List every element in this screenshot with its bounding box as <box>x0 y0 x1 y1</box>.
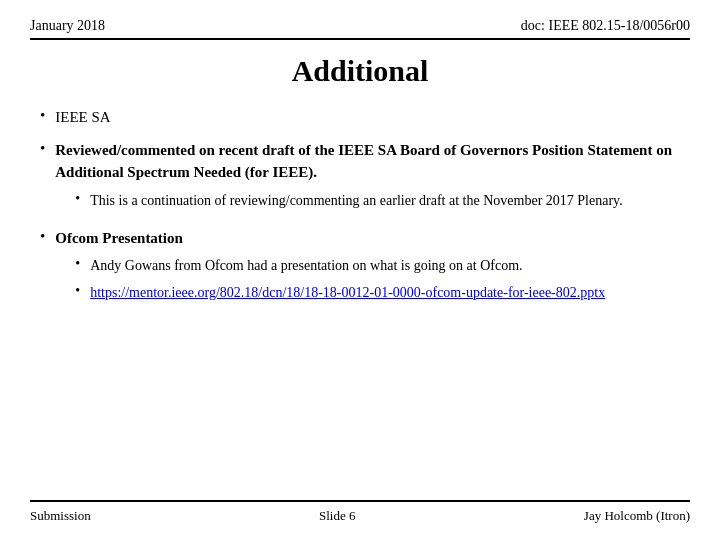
list-item: • Reviewed/commented on recent draft of … <box>40 139 680 211</box>
title-section: Additional <box>30 54 690 88</box>
header-date: January 2018 <box>30 18 105 34</box>
list-item: • Andy Gowans from Ofcom had a presentat… <box>75 255 605 276</box>
list-item: • https://mentor.ieee.org/802.18/dcn/18/… <box>75 282 605 303</box>
header-doc-id: doc: IEEE 802.15-18/0056r00 <box>521 18 690 34</box>
list-item: • This is a continuation of reviewing/co… <box>75 190 680 211</box>
footer-left: Submission <box>30 508 91 524</box>
footer-center: Slide 6 <box>319 508 355 524</box>
content-area: • IEEE SA • Reviewed/commented on recent… <box>30 106 690 500</box>
sub-bullet-icon: • <box>75 191 80 207</box>
page-title: Additional <box>292 54 429 87</box>
header: January 2018 doc: IEEE 802.15-18/0056r00 <box>30 18 690 40</box>
bullet-text-ofcom: Ofcom Presentation <box>55 230 183 246</box>
bullet-icon: • <box>40 228 45 245</box>
sub-bullet-icon: • <box>75 283 80 299</box>
sub-bullet-text-continuation: This is a continuation of reviewing/comm… <box>90 190 623 211</box>
sub-bullet-icon: • <box>75 256 80 272</box>
footer: Submission Slide 6 Jay Holcomb (Itron) <box>30 500 690 524</box>
footer-right: Jay Holcomb (Itron) <box>584 508 690 524</box>
bullet-icon: • <box>40 107 45 124</box>
sub-bullet-text-andy: Andy Gowans from Ofcom had a presentatio… <box>90 255 522 276</box>
list-item: • Ofcom Presentation • Andy Gowans from … <box>40 227 680 304</box>
bullet-text-ieee-sa: IEEE SA <box>55 106 110 129</box>
ofcom-link[interactable]: https://mentor.ieee.org/802.18/dcn/18/18… <box>90 282 605 303</box>
bullet-icon: • <box>40 140 45 157</box>
slide: January 2018 doc: IEEE 802.15-18/0056r00… <box>0 0 720 540</box>
list-item: • IEEE SA <box>40 106 680 129</box>
bullet-text-reviewed: Reviewed/commented on recent draft of th… <box>55 142 672 181</box>
